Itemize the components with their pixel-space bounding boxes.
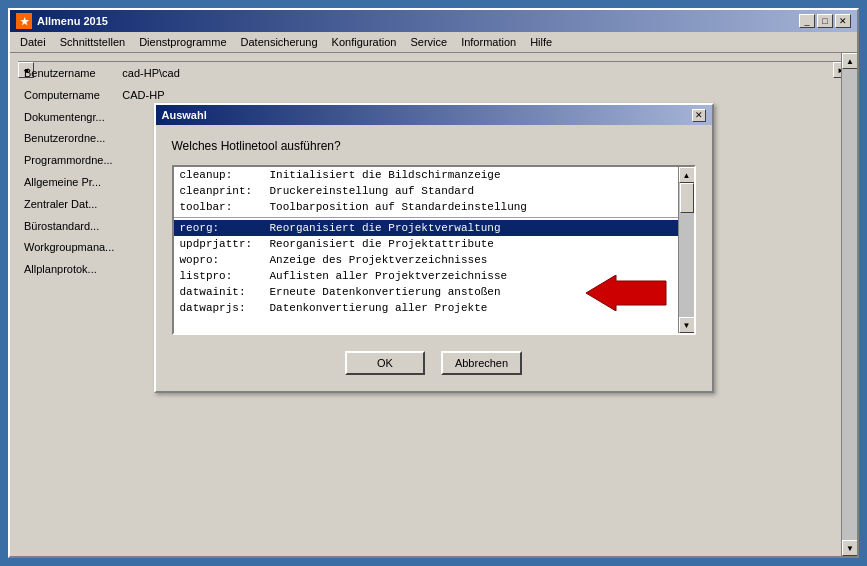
listbox-scroll-down[interactable]: ▼ (679, 317, 695, 333)
list-item-desc-cleanup: Initialisiert die Bildschirmanzeige (270, 169, 501, 181)
window-controls: _ □ ✕ (799, 14, 851, 28)
list-item-cleanprint[interactable]: cleanprint: Druckereinstellung auf Stand… (174, 183, 678, 199)
dialog-titlebar: Auswahl ✕ (156, 105, 712, 125)
window-title: Allmenu 2015 (37, 15, 108, 27)
listbox-scroll-thumb[interactable] (680, 183, 694, 213)
listbox-scrollbar: ▲ ▼ (678, 167, 694, 333)
list-item-desc-listpro: Auflisten aller Projektverzeichnisse (270, 270, 508, 282)
list-item-desc-reorg: Reorganisiert die Projektverwaltung (270, 222, 501, 234)
menu-service[interactable]: Service (404, 34, 453, 50)
list-item-desc-datwaprjs: Datenkonvertierung aller Projekte (270, 302, 488, 314)
list-item-desc-datwainit: Erneute Datenkonvertierung anstoßen (270, 286, 501, 298)
menu-information[interactable]: Information (455, 34, 522, 50)
list-item-reorg[interactable]: reorg: Reorganisiert die Projektverwaltu… (174, 220, 678, 236)
hotlinetool-listbox-container: cleanup: Initialisiert die Bildschirmanz… (172, 165, 696, 335)
list-item-desc-wopro: Anzeige des Projektverzeichnisses (270, 254, 488, 266)
content-area: Benutzernamecad-HP\cad ComputernameCAD-H… (10, 53, 857, 556)
list-item-cmd-cleanprint: cleanprint: (180, 185, 270, 197)
list-item-updprjattr[interactable]: updprjattr: Reorganisiert die Projektatt… (174, 236, 678, 252)
dialog-close-button[interactable]: ✕ (692, 109, 706, 122)
close-button[interactable]: ✕ (835, 14, 851, 28)
list-item-toolbar[interactable]: toolbar: Toolbarposition auf Standardein… (174, 199, 678, 218)
list-item-desc-updprjattr: Reorganisiert die Projektattribute (270, 238, 494, 250)
title-bar: ★ Allmenu 2015 _ □ ✕ (10, 10, 857, 32)
list-item-cmd-reorg: reorg: (180, 222, 270, 234)
app-icon: ★ (16, 13, 32, 29)
minimize-button[interactable]: _ (799, 14, 815, 28)
list-item-cmd-wopro: wopro: (180, 254, 270, 266)
maximize-button[interactable]: □ (817, 14, 833, 28)
listbox-scroll-up[interactable]: ▲ (679, 167, 695, 183)
listbox-scroll-track (679, 183, 694, 317)
list-item-datwaprjs[interactable]: datwaprjs: Datenkonvertierung aller Proj… (174, 300, 678, 316)
list-item-cmd-datwaprjs: datwaprjs: (180, 302, 270, 314)
dialog-title: Auswahl (162, 109, 207, 121)
menu-dienstprogramme[interactable]: Dienstprogramme (133, 34, 232, 50)
list-item-cmd-updprjattr: updprjattr: (180, 238, 270, 250)
dialog-body: Welches Hotlinetool ausführen? cleanup: … (156, 125, 712, 391)
menu-hilfe[interactable]: Hilfe (524, 34, 558, 50)
ok-button[interactable]: OK (345, 351, 425, 375)
dialog-overlay: Auswahl ✕ Welches Hotlinetool ausführen?… (10, 53, 857, 556)
dialog-question: Welches Hotlinetool ausführen? (172, 139, 696, 153)
menu-konfiguration[interactable]: Konfiguration (326, 34, 403, 50)
cancel-button[interactable]: Abbrechen (441, 351, 522, 375)
menu-datei[interactable]: Datei (14, 34, 52, 50)
auswahl-dialog: Auswahl ✕ Welches Hotlinetool ausführen?… (154, 103, 714, 393)
list-item-datwainit[interactable]: datwainit: Erneute Datenkonvertierung an… (174, 284, 678, 300)
list-item-cmd-listpro: listpro: (180, 270, 270, 282)
list-item-desc-cleanprint: Druckereinstellung auf Standard (270, 185, 475, 197)
list-item-wopro[interactable]: wopro: Anzeige des Projektverzeichnisses (174, 252, 678, 268)
list-item-cleanup[interactable]: cleanup: Initialisiert die Bildschirmanz… (174, 167, 678, 183)
list-item-desc-toolbar: Toolbarposition auf Standardeinstellung (270, 201, 527, 213)
list-item-cmd-datwainit: datwainit: (180, 286, 270, 298)
list-item-cmd-toolbar: toolbar: (180, 201, 270, 213)
list-item-cmd-cleanup: cleanup: (180, 169, 270, 181)
menu-schnittstellen[interactable]: Schnittstellen (54, 34, 131, 50)
main-window: ★ Allmenu 2015 _ □ ✕ Datei Schnittstelle… (8, 8, 859, 558)
hotlinetool-listbox[interactable]: cleanup: Initialisiert die Bildschirmanz… (174, 167, 678, 333)
title-bar-left: ★ Allmenu 2015 (16, 13, 108, 29)
list-item-listpro[interactable]: listpro: Auflisten aller Projektverzeich… (174, 268, 678, 284)
menu-bar: Datei Schnittstellen Dienstprogramme Dat… (10, 32, 857, 53)
dialog-buttons: OK Abbrechen (172, 351, 696, 375)
menu-datensicherung[interactable]: Datensicherung (235, 34, 324, 50)
